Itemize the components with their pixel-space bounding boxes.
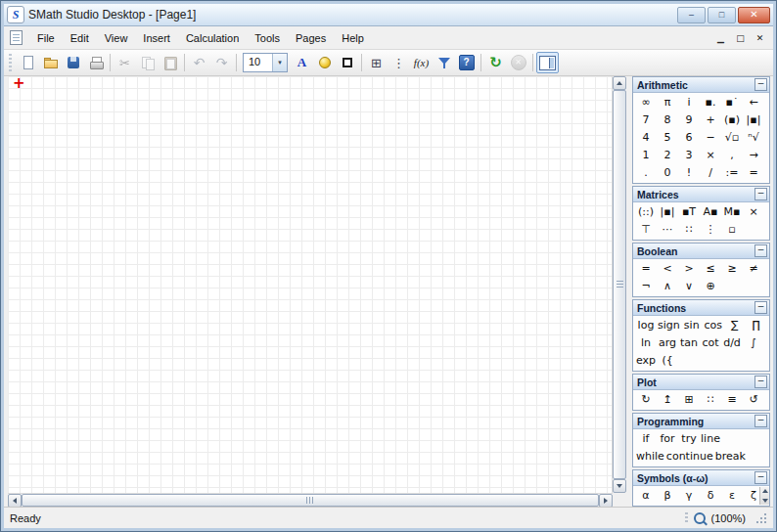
undo-button[interactable]: ↶ [188,52,210,73]
palette-button[interactable]: − [700,129,721,147]
scroll-left-button[interactable] [8,494,22,508]
palette-button[interactable]: ⊞ [678,391,700,409]
palette-button[interactable]: . [635,164,657,182]
mdi-minimize-button[interactable]: ▁ [712,30,729,45]
palette-button[interactable]: ≡ [721,391,743,409]
menu-item[interactable]: Calculation [178,29,247,47]
palette-button[interactable]: = [743,164,764,182]
menu-item[interactable]: Pages [288,29,334,47]
toolbar-grip[interactable] [9,54,12,71]
horizontal-scroll-thumb[interactable] [22,494,599,507]
palette-button[interactable]: ⋮ [700,221,721,239]
palette-button[interactable]: 4 [635,129,657,147]
resize-grip[interactable] [755,512,767,524]
menu-item[interactable]: Help [334,29,372,47]
palette-button[interactable]: ∏ [746,317,767,334]
palette-button[interactable]: ∷ [678,221,700,239]
palette-header[interactable]: Arithmetic − [633,77,769,93]
palette-button[interactable]: for [657,430,678,448]
palette-button[interactable]: |▪| [743,111,764,129]
palette-button[interactable]: ∷ [700,391,721,409]
palette-header[interactable]: Symbols (α-ω) − [633,470,769,486]
collapse-button[interactable]: − [754,244,767,257]
palette-button[interactable]: arg [657,334,678,352]
minimize-button[interactable]: – [677,7,706,23]
palette-button[interactable]: (▪) [721,111,743,129]
palette-scrollbar[interactable] [759,487,769,505]
palette-button[interactable]: ∫ [743,334,764,352]
insert-unit-button[interactable] [433,52,455,73]
palette-header[interactable]: Functions − [633,300,769,316]
palette-button[interactable]: 1 [635,147,657,164]
palette-button[interactable]: cos [703,317,724,334]
palette-button[interactable]: while [635,448,665,466]
menu-item[interactable]: Tools [247,29,288,47]
palette-button[interactable]: line [700,430,721,448]
collapse-button[interactable]: − [754,78,767,91]
palette-button[interactable]: 5 [657,129,678,147]
collapse-button[interactable]: − [754,415,767,427]
font-color-button[interactable]: A [291,52,313,73]
scroll-down-button[interactable] [613,479,626,493]
palette-button[interactable]: ⁿ√ [743,129,764,147]
titlebar[interactable]: S SMath Studio Desktop - [Page1] – □ ✕ [4,4,773,26]
reference-book-button[interactable]: ? [455,52,478,73]
insert-function-button[interactable]: f(x) [410,52,433,73]
palette-button[interactable]: ▪. [700,94,721,111]
interrupt-button[interactable]: ✕ [507,52,529,73]
palette-header[interactable]: Matrices − [633,187,769,202]
palette-button[interactable]: cot [700,334,721,352]
palette-button[interactable]: ▪˙ [721,94,743,111]
scroll-up-button[interactable] [613,76,626,90]
palette-button[interactable]: M▪ [721,203,743,221]
mdi-restore-button[interactable]: □ [732,30,749,45]
palette-button[interactable]: π [657,94,678,111]
palette-button[interactable]: ∞ [635,94,657,111]
palette-button[interactable]: ! [678,164,700,182]
palette-button[interactable]: 6 [678,129,700,147]
menu-item[interactable]: Edit [63,29,97,47]
scroll-down-icon[interactable] [762,499,768,503]
palette-button[interactable]: × [743,203,764,221]
paste-button[interactable] [159,52,181,73]
palette-button[interactable]: √▫ [721,129,743,147]
palette-button[interactable]: break [714,448,747,466]
document-icon[interactable] [10,30,23,45]
insert-matrix-button[interactable]: ⊞ [365,52,388,73]
open-button[interactable] [39,52,62,73]
palette-button[interactable]: i [678,94,700,111]
palette-button[interactable]: ↻ [635,391,657,409]
save-button[interactable] [62,52,84,73]
palette-button[interactable]: 8 [657,111,678,129]
chevron-down-icon[interactable]: ▾ [272,54,287,71]
palette-button[interactable]: > [678,260,700,278]
palette-button[interactable]: → [743,147,764,164]
palette-button[interactable]: 2 [657,147,678,164]
palette-button[interactable]: ≠ [743,260,764,278]
palette-button[interactable]: log [635,317,657,334]
border-button[interactable] [336,52,358,73]
menu-item[interactable]: File [29,29,63,47]
palette-button[interactable]: tan [678,334,700,352]
menu-item[interactable]: View [97,29,136,47]
palette-button[interactable]: sin [681,317,703,334]
palette-button[interactable]: ▪T [678,203,700,221]
palette-button[interactable]: × [700,147,721,164]
side-panel-toggle-button[interactable] [536,52,559,73]
new-button[interactable] [17,52,39,73]
palette-button[interactable]: ∑ [724,317,746,334]
palette-header[interactable]: Plot − [633,375,769,390]
redo-button[interactable]: ↷ [210,52,233,73]
palette-button[interactable]: continue [665,448,714,466]
palette-button[interactable]: ⊕ [700,278,721,295]
mdi-close-button[interactable]: ✕ [752,30,768,45]
background-color-button[interactable] [313,52,336,73]
recalculate-button[interactable]: ↻ [484,52,507,73]
palette-button[interactable]: 9 [678,111,700,129]
close-button[interactable]: ✕ [738,7,770,23]
palette-button[interactable]: 7 [635,111,657,129]
palette-button[interactable]: ln [635,334,657,352]
maximize-button[interactable]: □ [708,7,736,23]
collapse-button[interactable]: − [754,188,767,200]
palette-button[interactable]: d/d [721,334,743,352]
